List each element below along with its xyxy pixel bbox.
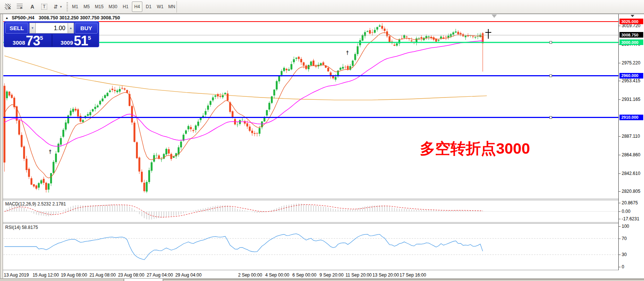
window-menu-triangle-icon[interactable] <box>631 15 634 17</box>
dagger-marker-icon: † <box>346 50 349 56</box>
docked-panel-segment <box>124 279 163 281</box>
fibonacci-lines-icon[interactable]: F <box>15 1 25 12</box>
price-axis[interactable]: 3019.7202997.4702975.2202953.4152931.165… <box>618 14 644 270</box>
timeframe-button-M1[interactable]: M1 <box>70 1 80 12</box>
price-tick-label: 2842.610 <box>622 171 640 176</box>
time-tick-label: 23 Aug 08:00 <box>118 272 145 278</box>
rsi-label: RSI(14) 58.8175 <box>5 225 38 230</box>
macd-label: MACD(12,26,9) 2.5232 2.1781 <box>5 201 66 207</box>
dagger-marker-icon: † <box>49 149 52 155</box>
time-tick-label: 13 Aug 2019 <box>4 272 29 278</box>
toolbar-grip[interactable] <box>67 2 68 12</box>
rsi-tick-label: 100 <box>622 224 629 229</box>
crosshair-cursor-icon <box>485 29 491 39</box>
time-tick-label: 13 Sep 20:00 <box>372 272 399 278</box>
price-tick-label: 2931.165 <box>622 97 640 102</box>
timeframe-button-MN[interactable]: MN <box>166 1 177 12</box>
timeframe-button-M5[interactable]: M5 <box>81 1 92 12</box>
arrow-objects-icon[interactable]: ⇵▼ <box>51 1 65 12</box>
macd-panel-bottom-border <box>3 222 618 223</box>
timeframe-button-M15[interactable]: M15 <box>93 1 106 12</box>
level-price-badge: 2960.000 <box>619 73 643 79</box>
timeframe-button-H1[interactable]: H1 <box>120 1 131 12</box>
time-tick-label: 11 Sep 20:00 <box>346 272 372 278</box>
current-price-badge: 3008.750 <box>619 32 643 38</box>
timeframe-button-H4[interactable]: H4 <box>132 1 142 12</box>
macd-tick-label: 0.00 <box>622 209 630 214</box>
sell-price-display[interactable]: 3008 73 5 <box>5 34 51 47</box>
level-price-badge: 2910.000 <box>619 115 643 120</box>
price-tick-label: 2864.860 <box>622 152 640 157</box>
time-tick-label: 15 Aug 12:00 <box>33 272 59 278</box>
volume-increase-button[interactable]: ▲ <box>68 23 74 33</box>
macd-plot-area[interactable] <box>3 200 618 222</box>
price-tick-label: 2953.415 <box>622 78 640 83</box>
time-tick-label: 17 Sep 16:00 <box>399 272 426 278</box>
timeframe-button-W1[interactable]: W1 <box>155 1 165 12</box>
macd-tick-label: -17.6231 <box>622 216 639 221</box>
time-tick-label: 27 Aug 04:00 <box>147 272 173 278</box>
sell-price-prefix: 3008 <box>13 39 25 46</box>
rsi-tick-label: 70 <box>622 236 627 241</box>
volume-decrease-button[interactable]: ▼ <box>29 23 36 33</box>
toolbar-separator <box>177 1 177 13</box>
sell-button[interactable]: SELL <box>5 23 28 33</box>
time-tick-label: 29 Aug 04:00 <box>175 272 202 278</box>
symbol-timeframe: SP500-,H4 <box>12 15 34 20</box>
time-tick-label: 4 Sep 00:00 <box>265 272 289 278</box>
chart-text-annotation[interactable]: 多空转折点3000 <box>420 138 530 159</box>
level-price-badge: 3025.000 <box>619 19 643 24</box>
chart-title: ▲ SP500-,H4 3008.750 3012.250 3007.750 3… <box>5 15 120 20</box>
price-tick-label: 2887.110 <box>622 134 640 139</box>
ohlc-values: 3008.750 3012.250 3007.750 3008.750 <box>39 15 120 20</box>
time-tick-label: 9 Sep 20:00 <box>320 272 344 278</box>
text-label-icon[interactable]: A <box>28 1 36 12</box>
time-tick-label: 2 Sep 00:00 <box>238 272 262 278</box>
collapse-triangle-icon[interactable]: ▲ <box>5 16 9 20</box>
buy-price-big: 51 <box>74 35 88 47</box>
sell-price-big: 73 <box>26 35 40 47</box>
sell-price-sup: 5 <box>40 35 43 41</box>
macd-tick-label: 20.8675 <box>622 200 638 205</box>
timeframe-button-M30[interactable]: M30 <box>107 1 119 12</box>
time-tick-label: 19 Aug 08:00 <box>61 272 87 278</box>
time-axis[interactable]: 13 Aug 201915 Aug 12:0019 Aug 08:0021 Au… <box>3 270 618 278</box>
price-divider <box>52 34 52 47</box>
docked-panel-border <box>164 279 644 280</box>
buy-price-prefix: 3009 <box>61 39 73 46</box>
price-tick-label: 2820.805 <box>622 189 640 194</box>
time-tick-label: 6 Sep 00:00 <box>292 272 317 278</box>
text-box-icon[interactable]: T <box>40 1 49 12</box>
buy-price-sup: 5 <box>88 35 91 41</box>
one-click-trading-panel: SELL ▼ ▲ BUY 3008 73 5 3009 51 5 <box>4 21 99 47</box>
time-tick-label: 21 Aug 08:00 <box>90 272 116 278</box>
price-tick-label: 2975.220 <box>622 60 640 66</box>
buy-price-display[interactable]: 3009 51 5 <box>53 34 99 47</box>
volume-input[interactable] <box>36 23 68 33</box>
rsi-tick-label: 0 <box>622 264 624 269</box>
docked-panel-edge <box>0 278 644 281</box>
top-toolbar: EFAT⇵▼ M1M5M15M30H1H4D1W1MN <box>0 0 644 14</box>
window-left-gutter <box>0 14 3 278</box>
rsi-tick-label: 30 <box>622 252 627 257</box>
rsi-plot-area[interactable] <box>3 224 618 269</box>
scroll-to-end-marker-icon <box>492 15 497 18</box>
main-panel-bottom-border <box>3 199 618 199</box>
level-price-badge: 3000.000 <box>619 39 643 45</box>
buy-button[interactable]: BUY <box>75 23 98 33</box>
timeframe-button-D1[interactable]: D1 <box>143 1 154 12</box>
equidistant-channel-icon[interactable]: E <box>3 1 13 12</box>
